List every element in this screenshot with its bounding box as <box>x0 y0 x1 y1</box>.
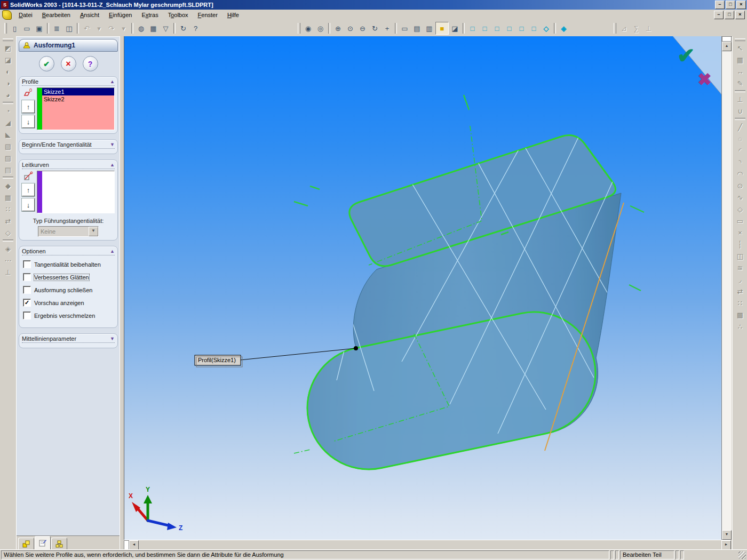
normal-to-icon[interactable]: ◈ <box>558 22 570 34</box>
chamfer-icon[interactable]: ◣ <box>2 129 14 140</box>
menu-fenster[interactable]: Fenster <box>194 11 222 19</box>
guide-curves-listbox[interactable] <box>37 171 115 213</box>
hidden-lines-visible-icon[interactable]: ▤ <box>411 22 423 34</box>
sketch-icon[interactable]: ✎ <box>734 77 746 89</box>
new-document-icon[interactable]: ▯ <box>9 22 21 34</box>
configurationmanager-tab[interactable] <box>51 538 67 550</box>
option-label[interactable]: Tangentialität beibehalten <box>34 261 101 268</box>
move-guide-up-button[interactable]: ↑ <box>22 183 35 196</box>
option-label[interactable]: Ausformung schließen <box>34 287 92 293</box>
option-label[interactable]: Ergebnis verschmelzen <box>34 313 95 319</box>
centerline-parameters-caption[interactable]: Mittellinienparameter ▼ <box>22 335 115 343</box>
zoom-to-area-icon[interactable]: ◎ <box>314 22 327 34</box>
shadows-in-shaded-mode-icon[interactable]: ◪ <box>449 22 461 34</box>
zoom-to-selection-icon[interactable]: ⊙ <box>344 22 356 34</box>
window-restore-button[interactable]: □ <box>726 1 735 9</box>
checkbox-unchecked[interactable] <box>23 286 31 294</box>
menu-einfügen[interactable]: Einfügen <box>105 11 136 19</box>
view-back-icon[interactable]: □ <box>479 22 491 34</box>
option-label[interactable]: Vorschau anzeigen <box>34 300 84 306</box>
menu-datei[interactable]: Datei <box>14 11 37 19</box>
zoom-in-out-icon[interactable]: ⊕ <box>332 22 344 34</box>
convert-entities-icon[interactable]: ◫ <box>734 250 746 262</box>
wireframe-icon[interactable]: ▭ <box>399 22 411 34</box>
reference-coordinate-system-icon[interactable]: ⊥ <box>2 266 14 278</box>
move-profile-down-button[interactable]: ↓ <box>22 115 35 128</box>
toolbar-handle[interactable] <box>3 38 13 41</box>
window-close-button[interactable]: × <box>736 1 746 9</box>
bottom-profile[interactable] <box>296 301 607 481</box>
draft-icon[interactable]: ▤ <box>2 164 14 175</box>
measure-icon[interactable]: ⊿ <box>618 22 630 34</box>
toolbar-handle[interactable] <box>4 23 7 34</box>
shell-icon[interactable]: ▨ <box>2 152 14 164</box>
move-profile-up-button[interactable]: ↑ <box>22 100 35 113</box>
toolbar-handle[interactable] <box>298 23 300 34</box>
pan-icon[interactable]: + <box>381 22 393 34</box>
revolved-cut-icon[interactable]: ◑ <box>2 77 14 89</box>
dome-icon[interactable]: ◇ <box>2 227 14 238</box>
scroll-up-button[interactable]: ▲ <box>722 42 732 51</box>
guide-curves-caption[interactable]: Leitkurven ▲ <box>22 162 115 169</box>
menu-hilfe[interactable]: Hilfe <box>223 11 243 19</box>
line-icon[interactable]: ╱ <box>734 121 746 133</box>
profile-listbox[interactable]: Skizze1Skizze2 <box>37 87 115 130</box>
linear-pattern-icon[interactable]: ▦ <box>2 191 14 203</box>
ok-button[interactable]: ✔ <box>39 56 54 71</box>
profile-list-item[interactable]: Skizze2 <box>42 95 114 103</box>
zoom-out-icon[interactable]: ⊖ <box>356 22 369 34</box>
checkbox-checked[interactable]: ✓ <box>23 299 31 307</box>
toolbar-handle[interactable] <box>735 38 745 41</box>
reference-axis-icon[interactable]: ⋯ <box>2 254 14 266</box>
rotate-view-icon[interactable]: ↻ <box>369 22 381 34</box>
open-document-icon[interactable]: ▭ <box>21 22 33 34</box>
viewport-canvas[interactable]: Profil(Skizze1) X Y Z ✔ ✖ <box>124 36 722 540</box>
scroll-left-button[interactable]: ◄ <box>129 540 139 550</box>
doc-restore-button[interactable]: □ <box>725 11 734 19</box>
offset-entities-icon[interactable]: ≋ <box>734 262 746 274</box>
menu-extras[interactable]: Extras <box>137 11 162 19</box>
grid-settings-icon[interactable]: ▦ <box>147 22 160 34</box>
options-caption[interactable]: Optionen ▲ <box>22 248 115 255</box>
lofted-boss-base-icon[interactable]: ◔ <box>2 105 14 117</box>
propertymanager-tab[interactable] <box>35 536 51 550</box>
horizontal-split-handle[interactable] <box>124 540 129 550</box>
coordinate-system-icon[interactable]: ⊥ <box>642 22 655 34</box>
add-relation-icon[interactable]: ⊥ <box>734 93 746 105</box>
checkbox-unchecked[interactable] <box>23 311 31 319</box>
print-preview-icon[interactable]: ◫ <box>63 22 75 34</box>
callout-anchor-point[interactable] <box>354 346 358 350</box>
view-bottom-icon[interactable]: □ <box>528 22 540 34</box>
revolved-boss-base-icon[interactable]: ◐ <box>2 66 14 77</box>
trim-entities-icon[interactable]: × <box>734 227 746 238</box>
equations-icon[interactable]: ∑ <box>630 22 642 34</box>
select-icon[interactable]: ◍ <box>135 22 147 34</box>
selection-filter-icon[interactable]: ▽ <box>160 22 172 34</box>
viewport-vertical-scrollbar[interactable]: ▲ ▼ <box>721 36 732 540</box>
option-label[interactable]: Verbessertes Glätten <box>34 274 89 281</box>
centerpoint-arc-icon[interactable]: ◜ <box>734 145 746 156</box>
confirm-cancel-mark[interactable]: ✖ <box>697 70 712 89</box>
rectangle-icon[interactable]: ▭ <box>734 215 746 227</box>
sketch-fillet-icon[interactable]: ◞ <box>734 274 746 285</box>
rib-icon[interactable]: ▧ <box>2 140 14 152</box>
confirm-ok-mark[interactable]: ✔ <box>677 44 695 67</box>
three-point-arc-icon[interactable]: ◠ <box>734 168 746 180</box>
view-front-icon[interactable]: □ <box>466 22 479 34</box>
menu-ansicht[interactable]: Ansicht <box>76 11 104 19</box>
toolbar-handle[interactable] <box>614 23 616 34</box>
centerpoint-circle-icon[interactable]: ◌ <box>734 133 746 145</box>
scroll-down-button[interactable]: ▼ <box>722 530 732 540</box>
window-minimize-button[interactable]: − <box>715 1 725 9</box>
menu-bearbeiten[interactable]: Bearbeiten <box>38 11 75 19</box>
undo-dropdown-icon[interactable]: ▾ <box>93 22 105 34</box>
spline-icon[interactable]: ∿ <box>734 191 746 203</box>
zoom-to-fit-icon[interactable]: ◉ <box>302 22 314 34</box>
featuremanager-tab[interactable] <box>18 538 34 550</box>
print-icon[interactable]: ≣ <box>51 22 63 34</box>
menu-toolbox[interactable]: Toolbox <box>164 11 193 19</box>
undo-icon[interactable]: ↶ <box>81 22 93 34</box>
vertical-split-handle[interactable] <box>722 36 732 42</box>
extruded-boss-base-icon[interactable]: ◩ <box>2 42 14 54</box>
profile-group-caption[interactable]: Profile ▲ <box>22 78 115 86</box>
